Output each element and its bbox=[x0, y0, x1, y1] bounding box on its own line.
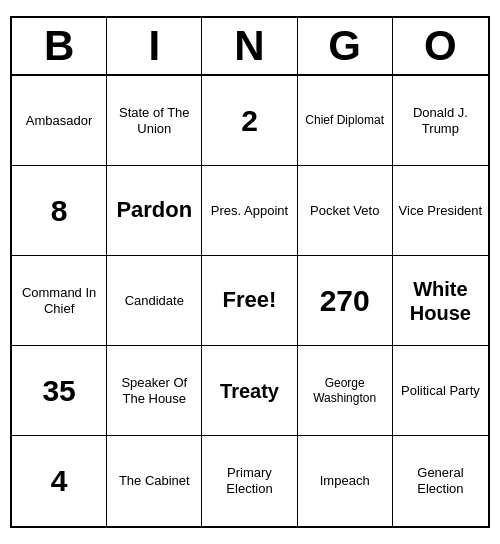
bingo-letter-o: O bbox=[393, 18, 488, 74]
bingo-cell-19: Political Party bbox=[393, 346, 488, 436]
bingo-cell-21: The Cabinet bbox=[107, 436, 202, 526]
cell-text-2: 2 bbox=[241, 103, 258, 139]
cell-text-7: Pres. Appoint bbox=[211, 203, 288, 219]
bingo-header: BINGO bbox=[12, 18, 488, 76]
cell-text-22: Primary Election bbox=[206, 465, 292, 496]
cell-text-11: Candidate bbox=[125, 293, 184, 309]
bingo-cell-0: Ambasador bbox=[12, 76, 107, 166]
bingo-cell-4: Donald J. Trump bbox=[393, 76, 488, 166]
cell-text-3: Chief Diplomat bbox=[305, 113, 384, 127]
bingo-cell-7: Pres. Appoint bbox=[202, 166, 297, 256]
bingo-cell-14: White House bbox=[393, 256, 488, 346]
bingo-cell-9: Vice President bbox=[393, 166, 488, 256]
bingo-cell-3: Chief Diplomat bbox=[298, 76, 393, 166]
bingo-letter-b: B bbox=[12, 18, 107, 74]
cell-text-0: Ambasador bbox=[26, 113, 92, 129]
bingo-letter-g: G bbox=[298, 18, 393, 74]
cell-text-12: Free! bbox=[223, 287, 277, 313]
cell-text-19: Political Party bbox=[401, 383, 480, 399]
cell-text-17: Treaty bbox=[220, 379, 279, 403]
cell-text-24: General Election bbox=[397, 465, 484, 496]
cell-text-18: George Washington bbox=[302, 376, 388, 405]
bingo-cell-5: 8 bbox=[12, 166, 107, 256]
bingo-cell-18: George Washington bbox=[298, 346, 393, 436]
bingo-cell-12: Free! bbox=[202, 256, 297, 346]
bingo-cell-11: Candidate bbox=[107, 256, 202, 346]
bingo-cell-2: 2 bbox=[202, 76, 297, 166]
cell-text-15: 35 bbox=[42, 373, 75, 409]
bingo-cell-24: General Election bbox=[393, 436, 488, 526]
bingo-cell-20: 4 bbox=[12, 436, 107, 526]
cell-text-5: 8 bbox=[51, 193, 68, 229]
cell-text-4: Donald J. Trump bbox=[397, 105, 484, 136]
bingo-cell-23: Impeach bbox=[298, 436, 393, 526]
bingo-letter-n: N bbox=[202, 18, 297, 74]
bingo-cell-1: State of The Union bbox=[107, 76, 202, 166]
cell-text-10: Command In Chief bbox=[16, 285, 102, 316]
cell-text-1: State of The Union bbox=[111, 105, 197, 136]
bingo-cell-8: Pocket Veto bbox=[298, 166, 393, 256]
bingo-grid: AmbasadorState of The Union2Chief Diplom… bbox=[12, 76, 488, 526]
bingo-cell-16: Speaker Of The House bbox=[107, 346, 202, 436]
cell-text-20: 4 bbox=[51, 463, 68, 499]
cell-text-23: Impeach bbox=[320, 473, 370, 489]
cell-text-14: White House bbox=[397, 277, 484, 325]
bingo-cell-17: Treaty bbox=[202, 346, 297, 436]
cell-text-9: Vice President bbox=[399, 203, 483, 219]
cell-text-13: 270 bbox=[320, 283, 370, 319]
cell-text-6: Pardon bbox=[116, 197, 192, 223]
bingo-cell-22: Primary Election bbox=[202, 436, 297, 526]
bingo-letter-i: I bbox=[107, 18, 202, 74]
cell-text-16: Speaker Of The House bbox=[111, 375, 197, 406]
bingo-cell-6: Pardon bbox=[107, 166, 202, 256]
bingo-cell-13: 270 bbox=[298, 256, 393, 346]
cell-text-8: Pocket Veto bbox=[310, 203, 379, 219]
cell-text-21: The Cabinet bbox=[119, 473, 190, 489]
bingo-cell-10: Command In Chief bbox=[12, 256, 107, 346]
bingo-card: BINGO AmbasadorState of The Union2Chief … bbox=[10, 16, 490, 528]
bingo-cell-15: 35 bbox=[12, 346, 107, 436]
